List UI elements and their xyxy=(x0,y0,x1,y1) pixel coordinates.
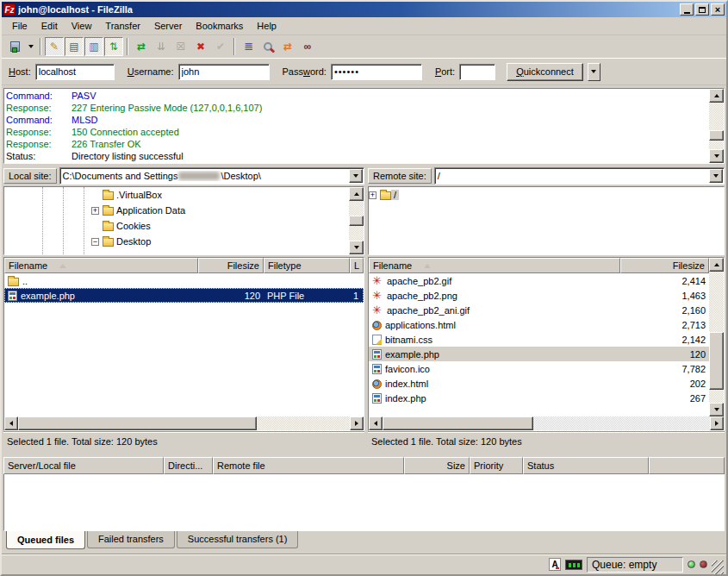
queue-column-server-local-file[interactable]: Server/Local file xyxy=(3,457,164,474)
queue-column-size[interactable]: Size xyxy=(404,457,470,474)
synchronized-browsing-button[interactable] xyxy=(278,37,297,56)
scroll-left-button[interactable] xyxy=(369,416,383,430)
site-manager-button[interactable] xyxy=(5,37,24,56)
scrollbar-track[interactable] xyxy=(383,416,710,430)
tree-item[interactable]: Cookies xyxy=(4,218,349,234)
host-input[interactable] xyxy=(35,64,115,80)
tree-item[interactable]: −Desktop xyxy=(4,234,349,249)
username-input[interactable] xyxy=(178,64,270,80)
file-row[interactable]: bitnami.css2,142 xyxy=(369,332,709,347)
scroll-right-button[interactable] xyxy=(710,416,724,430)
tree-item[interactable]: +/ xyxy=(369,187,724,203)
menu-view[interactable]: View xyxy=(65,19,99,33)
tree-item-label: Desktop xyxy=(114,236,153,247)
scrollbar-thumb[interactable] xyxy=(709,332,724,390)
local-tree-scrollbar[interactable] xyxy=(349,187,364,254)
scroll-left-button[interactable] xyxy=(4,416,18,430)
file-row[interactable]: favicon.ico7,782 xyxy=(369,361,709,376)
scrollbar-track[interactable] xyxy=(18,416,350,430)
cancel-operation-button[interactable] xyxy=(171,37,190,56)
toggle-transfer-queue-button[interactable] xyxy=(104,37,123,56)
quickconnect-dropdown-button[interactable] xyxy=(588,63,600,81)
disconnect-button[interactable] xyxy=(191,37,210,56)
tab-successful-transfers-1[interactable]: Successful transfers (1) xyxy=(177,531,299,548)
scrollbar-thumb[interactable] xyxy=(383,416,533,430)
file-row[interactable]: .. xyxy=(4,273,364,288)
menu-file[interactable]: File xyxy=(5,19,34,33)
file-row[interactable]: applications.html2,713 xyxy=(369,317,709,332)
quickconnect-button[interactable]: Quickconnect xyxy=(507,63,583,81)
remote-horizontal-scrollbar[interactable] xyxy=(369,416,724,430)
toggle-remote-tree-button[interactable] xyxy=(84,37,103,56)
activity-led-green-icon xyxy=(688,560,695,568)
password-input[interactable] xyxy=(331,64,422,80)
expand-icon[interactable]: + xyxy=(91,207,99,215)
scroll-up-button[interactable] xyxy=(709,258,724,272)
queue-column-status[interactable]: Status xyxy=(523,457,649,474)
tab-failed-transfers[interactable]: Failed transfers xyxy=(87,531,175,548)
queue-column-remote-file[interactable]: Remote file xyxy=(213,457,404,474)
file-search-button[interactable] xyxy=(258,37,277,56)
column-header-filename[interactable]: Filename xyxy=(369,258,620,273)
directory-comparison-button[interactable] xyxy=(298,37,317,56)
process-queue-button[interactable] xyxy=(152,37,171,56)
scrollbar-thumb[interactable] xyxy=(18,416,257,430)
menu-server[interactable]: Server xyxy=(147,19,189,33)
column-header-l[interactable]: L xyxy=(350,258,364,273)
queue-column-priority[interactable]: Priority xyxy=(470,457,523,474)
reconnect-button[interactable] xyxy=(211,37,230,56)
toggle-message-log-button[interactable] xyxy=(45,37,64,56)
file-row[interactable]: apache_pb2.png1,463 xyxy=(369,288,709,303)
scrollbar-track[interactable] xyxy=(709,103,724,149)
scrollbar-track[interactable] xyxy=(709,272,724,403)
arrow-right-icon xyxy=(355,421,358,426)
menu-edit[interactable]: Edit xyxy=(34,19,65,33)
remote-path-combo[interactable]: / xyxy=(434,167,725,185)
scroll-down-button[interactable] xyxy=(709,149,724,163)
tree-item[interactable]: .VirtualBox xyxy=(4,187,349,203)
scrollbar-track[interactable] xyxy=(349,201,364,241)
expand-icon[interactable]: + xyxy=(369,191,376,199)
menu-help[interactable]: Help xyxy=(250,19,283,33)
file-row[interactable]: index.html202 xyxy=(369,376,709,391)
menu-bookmarks[interactable]: Bookmarks xyxy=(189,19,250,33)
filetype-cell: PHP File xyxy=(264,291,350,301)
file-row[interactable]: index.php267 xyxy=(369,391,709,405)
site-manager-dropdown-button[interactable] xyxy=(25,37,36,56)
port-input[interactable] xyxy=(459,64,495,80)
scrollbar-thumb[interactable] xyxy=(349,216,364,227)
queue-column-directi[interactable]: Directi... xyxy=(164,457,213,474)
scroll-up-button[interactable] xyxy=(349,187,364,201)
scroll-right-button[interactable] xyxy=(350,416,364,430)
tab-queued-files[interactable]: Queued files xyxy=(6,531,85,549)
local-path-combo[interactable]: C:\Documents and Settings\Desktop\ xyxy=(59,167,364,185)
scroll-up-button[interactable] xyxy=(709,89,724,103)
column-header-filetype[interactable]: Filetype xyxy=(264,258,350,273)
column-header-filesize[interactable]: Filesize xyxy=(620,258,709,273)
column-header-filesize[interactable]: Filesize xyxy=(198,258,264,273)
scroll-down-button[interactable] xyxy=(709,403,724,416)
scrollbar-thumb[interactable] xyxy=(709,130,724,141)
tree-item[interactable]: +Application Data xyxy=(4,203,349,218)
scroll-down-button[interactable] xyxy=(349,241,364,254)
file-row[interactable]: apache_pb2.gif2,414 xyxy=(369,273,709,288)
filter-button[interactable] xyxy=(239,37,258,56)
file-row[interactable]: example.php120 xyxy=(369,347,709,361)
maximize-button[interactable] xyxy=(695,3,709,16)
resize-grip[interactable] xyxy=(712,560,724,574)
minimize-button[interactable] xyxy=(680,3,694,16)
close-button[interactable]: × xyxy=(711,3,725,16)
file-row[interactable]: apache_pb2_ani.gif2,160 xyxy=(369,303,709,317)
collapse-icon[interactable]: − xyxy=(91,238,99,246)
remote-path-dropdown-button[interactable] xyxy=(709,169,723,183)
filename-text: example.php xyxy=(21,291,75,301)
remote-vertical-scrollbar[interactable] xyxy=(709,258,724,416)
local-horizontal-scrollbar[interactable] xyxy=(4,416,364,430)
file-row[interactable]: example.php120PHP File1 xyxy=(4,288,364,303)
refresh-button[interactable] xyxy=(132,37,151,56)
toggle-local-tree-button[interactable] xyxy=(65,37,84,56)
log-scrollbar[interactable] xyxy=(709,89,724,163)
column-header-filename[interactable]: Filename xyxy=(4,258,198,273)
local-path-dropdown-button[interactable] xyxy=(349,169,363,183)
menu-transfer[interactable]: Transfer xyxy=(98,19,147,33)
